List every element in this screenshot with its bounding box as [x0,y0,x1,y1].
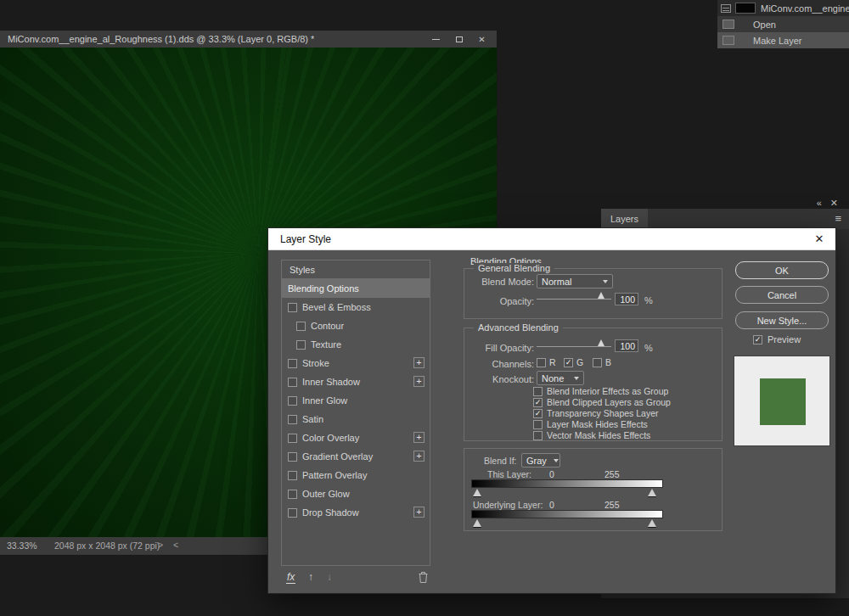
option-blend-interior-effects[interactable]: ✓ Blend Interior Effects as Group [533,386,668,396]
option-label: Blend Interior Effects as Group [547,386,668,396]
checkbox[interactable]: ✓ [533,409,543,418]
move-style-down-icon[interactable]: ↓ [327,571,332,583]
style-item-outer-glow[interactable]: ✓ Outer Glow [282,484,430,503]
dialog-close-icon[interactable]: ✕ [812,232,827,245]
style-item-texture[interactable]: ✓ Texture [282,335,430,354]
chevron-down-icon [574,377,579,380]
history-state-make-layer[interactable]: Make Layer [717,32,849,48]
panel-menu-icon[interactable]: ≡ [835,212,841,225]
dialog-title: Layer Style [268,233,331,245]
collapse-panels-icon[interactable]: « [817,198,822,208]
this-layer-gradient-bar[interactable] [471,479,663,488]
option-transparency-shapes[interactable]: ✓ Transparency Shapes Layer [533,408,659,418]
preview-checkbox[interactable]: ✓ [753,335,762,344]
checkbox[interactable]: ✓ [533,431,543,440]
style-item-inner-glow[interactable]: ✓ Inner Glow [282,391,430,410]
blend-if-dropdown[interactable]: Gray [521,453,560,468]
slider-thumb-icon[interactable] [598,292,604,299]
style-item-label: Stroke [302,358,329,368]
close-panel-icon[interactable]: ✕ [830,198,838,209]
slider-thumb-icon[interactable] [598,339,604,346]
underlying-layer-gradient-bar[interactable] [471,510,663,518]
ok-button[interactable]: OK [735,261,829,279]
dialog-titlebar[interactable]: Layer Style ✕ [268,228,835,250]
document-titlebar[interactable]: MiConv.com__engine_al_Roughness (1).dds … [0,31,497,48]
snapshot-thumbnail [735,3,756,14]
option-layer-mask-hides[interactable]: ✓ Layer Mask Hides Effects [533,419,648,429]
history-state-open[interactable]: Open [717,16,849,32]
underlying-layer-highlight-slider-icon[interactable] [648,519,656,527]
checkbox[interactable]: ✓ [537,358,546,367]
this-layer-shadow-slider-icon[interactable] [473,489,481,496]
style-item-label: Outer Glow [302,489,350,499]
opacity-value-field[interactable]: 100 [615,293,638,305]
fx-icon[interactable]: fx [286,571,295,584]
option-label: Vector Mask Hides Effects [547,430,650,440]
style-item-gradient-overlay[interactable]: ✓ Gradient Overlay + [282,447,430,466]
maximize-button[interactable] [447,31,470,48]
add-inner-shadow-instance-icon[interactable]: + [413,376,424,387]
style-checkbox[interactable]: ✓ [288,490,297,499]
underlying-layer-shadow-slider-icon[interactable] [473,519,481,527]
fill-opacity-slider[interactable] [537,339,611,350]
this-layer-label: This Layer: [487,469,531,479]
new-style-button[interactable]: New Style... [735,311,829,329]
close-window-button[interactable]: ✕ [470,31,493,48]
style-item-drop-shadow[interactable]: ✓ Drop Shadow + [282,503,430,522]
add-stroke-instance-icon[interactable]: + [413,357,424,368]
cancel-button[interactable]: Cancel [735,286,829,304]
style-item-label: Gradient Overlay [302,451,373,462]
add-gradient-overlay-instance-icon[interactable]: + [413,451,424,462]
minimize-button[interactable] [424,31,447,48]
checkbox[interactable]: ✓ [533,398,543,407]
channel-r-checkbox[interactable]: ✓ R [537,357,556,367]
fill-opacity-value-field[interactable]: 100 [615,339,638,352]
style-item-contour[interactable]: ✓ Contour [282,316,430,335]
history-snapshot-row[interactable]: MiConv.com__engine_al_Ro [717,0,849,16]
style-checkbox[interactable]: ✓ [288,471,297,480]
style-checkbox[interactable]: ✓ [296,340,306,350]
style-checkbox[interactable]: ✓ [296,322,306,331]
zoom-level[interactable]: 33.33% [7,540,37,551]
option-vector-mask-hides[interactable]: ✓ Vector Mask Hides Effects [533,430,650,440]
tab-layers[interactable]: Layers [601,209,648,229]
style-checkbox[interactable]: ✓ [288,452,297,462]
style-item-color-overlay[interactable]: ✓ Color Overlay + [282,428,430,447]
style-item-satin[interactable]: ✓ Satin [282,410,430,428]
preview-toggle[interactable]: ✓ Preview [753,334,801,344]
checkbox[interactable]: ✓ [533,420,543,429]
option-blend-clipped-layers[interactable]: ✓ Blend Clipped Layers as Group [533,397,671,407]
blend-mode-dropdown[interactable]: Normal [537,274,613,288]
dialog-body: Styles Blending Options ✓ Bevel & Emboss… [268,250,835,593]
style-checkbox[interactable]: ✓ [288,359,297,368]
style-item-bevel-emboss[interactable]: ✓ Bevel & Emboss [282,298,430,316]
add-color-overlay-instance-icon[interactable]: + [413,432,424,443]
this-layer-highlight-slider-icon[interactable] [648,489,656,496]
style-item-stroke[interactable]: ✓ Stroke + [282,354,430,372]
style-checkbox[interactable]: ✓ [288,396,297,406]
channel-g-checkbox[interactable]: ✓ G [564,357,583,367]
status-arrow-left-icon[interactable]: < [173,540,178,550]
checkbox[interactable]: ✓ [564,358,573,367]
style-item-inner-shadow[interactable]: ✓ Inner Shadow + [282,372,430,391]
channel-b-checkbox[interactable]: ✓ B [593,357,611,367]
style-checkbox[interactable]: ✓ [288,415,297,424]
style-checkbox[interactable]: ✓ [288,508,297,518]
style-checkbox[interactable]: ✓ [288,303,297,312]
style-checkbox[interactable]: ✓ [288,378,297,387]
knockout-dropdown[interactable]: None [537,371,584,385]
move-style-up-icon[interactable]: ↑ [308,571,313,583]
opacity-slider[interactable] [537,292,611,303]
add-drop-shadow-instance-icon[interactable]: + [413,507,424,518]
style-item-label: Inner Glow [302,395,347,406]
history-brush-source-icon[interactable] [721,4,731,13]
style-checkbox[interactable]: ✓ [288,434,297,443]
checkbox[interactable]: ✓ [593,358,602,367]
style-item-blending-options[interactable]: Blending Options [282,279,430,298]
checkbox[interactable]: ✓ [533,387,543,396]
channel-label: G [576,357,583,367]
style-item-pattern-overlay[interactable]: ✓ Pattern Overlay [282,466,430,484]
delete-style-icon[interactable] [419,572,428,585]
minimize-icon [432,39,440,40]
status-arrow-right-icon[interactable]: > [158,540,163,550]
